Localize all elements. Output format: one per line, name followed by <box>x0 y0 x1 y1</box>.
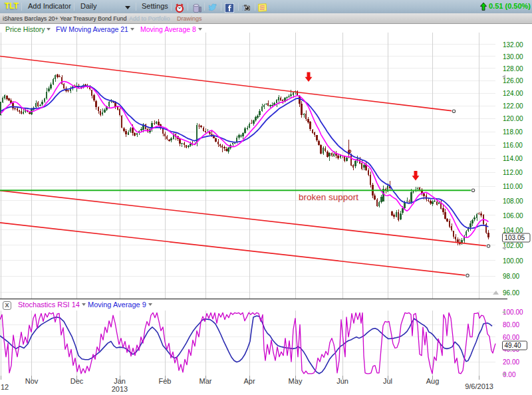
svg-text:20.00: 20.00 <box>503 358 519 366</box>
svg-text:12: 12 <box>1 383 9 391</box>
svg-text:124.00: 124.00 <box>503 90 523 97</box>
svg-text:80.00: 80.00 <box>503 321 519 329</box>
svg-text:100.00: 100.00 <box>503 257 523 265</box>
svg-text:103.05: 103.05 <box>505 234 525 241</box>
svg-text:108.00: 108.00 <box>503 198 523 205</box>
svg-text:98.00: 98.00 <box>503 273 519 280</box>
svg-text:102.00: 102.00 <box>503 242 523 249</box>
svg-text:130.00: 130.00 <box>503 53 523 61</box>
svg-text:126.00: 126.00 <box>503 77 523 84</box>
svg-text:100.00: 100.00 <box>503 309 523 316</box>
svg-text:60.00: 60.00 <box>503 334 519 341</box>
svg-text:9/6/2013: 9/6/2013 <box>465 382 493 390</box>
svg-text:49.40: 49.40 <box>505 342 521 349</box>
svg-text:112.00: 112.00 <box>503 169 523 176</box>
svg-text:132.00: 132.00 <box>503 41 523 49</box>
svg-text:106.00: 106.00 <box>503 212 523 219</box>
svg-text:128.00: 128.00 <box>503 65 523 72</box>
svg-text:2013: 2013 <box>112 385 128 393</box>
svg-text:116.00: 116.00 <box>503 142 523 149</box>
svg-text:118.00: 118.00 <box>503 128 523 136</box>
svg-text:110.00: 110.00 <box>503 183 523 190</box>
svg-text:114.00: 114.00 <box>503 155 523 162</box>
svg-text:104.00: 104.00 <box>503 227 523 234</box>
svg-text:122.00: 122.00 <box>503 102 523 110</box>
svg-text:96.00: 96.00 <box>503 289 519 297</box>
svg-text:broken support: broken support <box>299 192 358 202</box>
svg-text:120.00: 120.00 <box>503 115 523 122</box>
